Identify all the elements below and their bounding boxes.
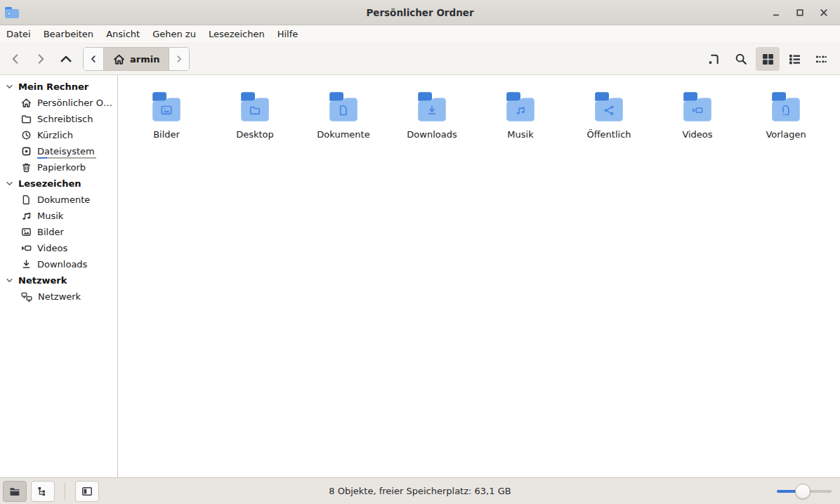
sidebar-item-label: Downloads	[37, 259, 87, 270]
zoom-slider[interactable]	[777, 484, 832, 499]
maximize-button[interactable]	[792, 5, 808, 20]
sidebar-item-musik[interactable]: Musik	[0, 208, 117, 224]
breadcrumb: armin	[83, 47, 190, 71]
sidebar-item-netzwerk[interactable]: Netzwerk	[0, 289, 117, 305]
menu-gehen-zu[interactable]: Gehen zu	[146, 26, 202, 42]
maximize-icon	[795, 8, 805, 18]
back-button[interactable]	[3, 47, 28, 71]
search-button[interactable]	[729, 47, 753, 71]
sidebar-item-persoenlicher-ordner[interactable]: Persönlicher O…	[0, 95, 117, 111]
list-view-icon	[789, 53, 801, 65]
clock-icon	[21, 130, 32, 140]
tree-view-icon	[37, 486, 48, 497]
statusbar-separator	[65, 483, 65, 500]
forward-button[interactable]	[28, 47, 53, 71]
sidebar-item-label: Bilder	[37, 227, 64, 237]
sidebar-section-netzwerk[interactable]: Netzwerk	[0, 272, 117, 289]
sidebar-section-mein-rechner[interactable]: Mein Rechner	[0, 79, 117, 95]
folder-icon	[21, 114, 32, 124]
folder-desktop[interactable]: Desktop	[211, 91, 299, 140]
search-icon	[735, 53, 747, 65]
download-icon	[21, 259, 32, 270]
chevron-left-icon	[9, 53, 22, 65]
treeview-sidebar-button[interactable]	[31, 481, 55, 502]
hide-sidebar-button[interactable]	[75, 481, 99, 502]
sidebar-toggle-icon	[81, 486, 93, 497]
chevron-right-icon	[34, 53, 47, 65]
document-icon	[21, 194, 32, 205]
section-label: Netzwerk	[18, 275, 67, 286]
folder-downloads[interactable]: Downloads	[388, 91, 476, 140]
music-icon	[21, 211, 32, 221]
chevron-right-icon	[174, 54, 184, 64]
location-edit-icon	[708, 53, 721, 65]
folder-icon	[149, 91, 184, 123]
minimize-button[interactable]	[768, 5, 784, 20]
breadcrumb-segment-home[interactable]: armin	[104, 48, 169, 70]
folder-name: Öffentlich	[586, 129, 631, 140]
chevron-down-icon	[6, 277, 13, 284]
sidebar-item-label: Dokumente	[37, 194, 90, 205]
folder-icon	[768, 91, 803, 123]
menu-hilfe[interactable]: Hilfe	[271, 26, 305, 42]
menubar: Datei Bearbeiten Ansicht Gehen zu Leseze…	[0, 25, 840, 44]
sidebar-item-label: Dateisystem	[37, 146, 95, 157]
grid-view-icon	[762, 53, 774, 65]
sidebar-item-videos[interactable]: Videos	[0, 240, 117, 256]
menu-datei[interactable]: Datei	[0, 26, 37, 42]
location-entry-toggle-button[interactable]	[702, 47, 726, 71]
folder-name: Desktop	[236, 129, 274, 140]
folder-musik[interactable]: Musik	[476, 91, 565, 140]
folder-name: Videos	[682, 129, 712, 140]
sidebar-item-kuerzlich[interactable]: Kürzlich	[0, 127, 117, 143]
grid-view-button[interactable]	[756, 47, 780, 71]
zoom-slider-handle[interactable]	[795, 484, 811, 499]
folder-grid: Bilder Desktop	[118, 75, 840, 477]
breadcrumb-current-label: armin	[130, 54, 159, 65]
folder-icon	[414, 91, 449, 123]
up-button[interactable]	[53, 47, 79, 71]
sidebar-item-dokumente[interactable]: Dokumente	[0, 192, 117, 208]
folder-dokumente[interactable]: Dokumente	[299, 91, 388, 140]
menu-lesezeichen[interactable]: Lesezeichen	[202, 26, 271, 42]
places-folder-icon	[9, 486, 20, 497]
status-text: 8 Objekte, freier Speicherplatz: 63,1 GB	[0, 486, 840, 496]
sidebar-section-lesezeichen[interactable]: Lesezeichen	[0, 175, 117, 192]
section-label: Mein Rechner	[18, 81, 88, 92]
home-icon	[21, 98, 32, 108]
sidebar-item-label: Musik	[37, 211, 63, 221]
video-icon	[21, 243, 32, 253]
sidebar-item-label: Videos	[37, 243, 67, 253]
compact-view-button[interactable]	[809, 47, 833, 71]
sidebar-item-dateisystem[interactable]: Dateisystem	[0, 143, 117, 159]
home-icon	[113, 53, 125, 65]
chevron-down-icon	[6, 83, 13, 91]
disk-icon	[21, 146, 32, 157]
close-button[interactable]	[816, 5, 832, 20]
sidebar-item-label: Netzwerk	[38, 291, 81, 302]
list-view-button[interactable]	[782, 47, 806, 71]
close-icon	[819, 8, 829, 18]
sidebar-item-papierkorb[interactable]: Papierkorb	[0, 159, 117, 175]
sidebar-item-downloads[interactable]: Downloads	[0, 256, 117, 272]
folder-icon	[680, 91, 715, 123]
disk-usage-fill	[37, 157, 47, 159]
menu-ansicht[interactable]: Ansicht	[100, 26, 146, 42]
breadcrumb-scroll-left-button[interactable]	[84, 48, 104, 70]
folder-bilder[interactable]: Bilder	[122, 91, 211, 140]
folder-videos[interactable]: Videos	[653, 91, 742, 140]
folder-name: Dokumente	[317, 129, 369, 140]
sidebar-item-bilder[interactable]: Bilder	[0, 224, 117, 240]
image-icon	[21, 227, 32, 237]
places-sidebar-button[interactable]	[3, 481, 27, 502]
folder-vorlagen[interactable]: Vorlagen	[742, 91, 830, 140]
breadcrumb-scroll-right-button[interactable]	[169, 48, 189, 70]
chevron-up-icon	[59, 52, 73, 66]
sidebar: Mein Rechner Persönlicher O… Schrei	[0, 75, 118, 477]
folder-name: Vorlagen	[766, 129, 806, 140]
sidebar-item-schreibtisch[interactable]: Schreibtisch	[0, 111, 117, 127]
menu-bearbeiten[interactable]: Bearbeiten	[37, 26, 100, 42]
folder-icon	[503, 91, 538, 123]
folder-oeffentlich[interactable]: Öffentlich	[565, 91, 653, 140]
minimize-icon	[771, 8, 781, 18]
